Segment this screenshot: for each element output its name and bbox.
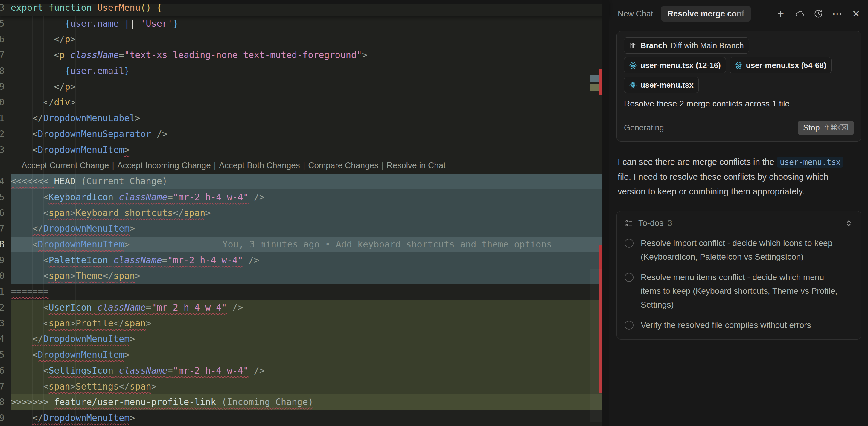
code-line-50[interactable]: 50 </div> [0, 94, 609, 111]
code-text[interactable]: </div> [11, 94, 609, 111]
code-line-58[interactable]: 58 <DropdownMenuItem>You, 3 minutes ago … [0, 237, 609, 252]
context-chip-user-menu.tsx[interactable]: user-menu.tsx [624, 77, 699, 93]
code-line-65[interactable]: 65 <DropdownMenuItem> [0, 347, 609, 363]
code-line-46[interactable]: 46 </p> [0, 31, 609, 47]
gutter: 66 [0, 363, 11, 379]
error-squiggle: </DropdownMenuItem [32, 413, 129, 423]
code-line-64[interactable]: 64 </DropdownMenuItem> [0, 331, 609, 347]
minimap-change-mark-red [599, 69, 602, 95]
close-icon[interactable]: × [851, 8, 861, 19]
line-number: 46 [0, 31, 4, 47]
code-line-68[interactable]: 68>>>>>>> feature/user-menu-profile-link… [0, 394, 609, 410]
error-squiggle: ======= [11, 286, 49, 297]
codelens-separator: | [378, 161, 386, 170]
history-icon[interactable] [813, 8, 824, 19]
code-text[interactable]: {user.name || 'User'} [11, 16, 609, 32]
context-chip-user-menu.tsx-12-16-[interactable]: user-menu.tsx (12-16) [624, 57, 726, 73]
code-text[interactable]: <DropdownMenuSeparator /> [11, 126, 609, 142]
line-number: 45 [0, 16, 4, 32]
code-line-67[interactable]: 67 <span>Settings</span> [0, 379, 609, 395]
assistant-text-before: I can see there are merge conflicts in t… [618, 157, 777, 166]
code-text[interactable]: </DropdownMenuItem> [11, 410, 609, 426]
context-chip-branch[interactable]: BranchDiff with Main Branch [624, 37, 749, 54]
code-line-55[interactable]: 55 <KeyboardIcon className="mr-2 h-4 w-4… [0, 189, 609, 205]
code-text[interactable]: <span>Settings</span> [11, 379, 609, 395]
line-number: 56 [0, 205, 4, 221]
todos-count: 3 [668, 218, 844, 228]
chip-label: user-menu.tsx (12-16) [640, 61, 721, 70]
codelens-accept-current-change[interactable]: Accept Current Change [22, 161, 109, 170]
codelens-accept-both-changes[interactable]: Accept Both Changes [219, 161, 300, 170]
gutter: 67 [0, 379, 11, 395]
todo-list: Resolve import conflict - decide which i… [624, 236, 854, 332]
code-text[interactable]: {user.email} [11, 63, 609, 79]
code-line-47[interactable]: 47 <p className="text-xs leading-none te… [0, 47, 609, 63]
code-text[interactable]: <DropdownMenuItem> [11, 347, 609, 363]
code-text[interactable]: </DropdownMenuLabel> [11, 111, 609, 126]
code-text[interactable]: <p className="text-xs leading-none text-… [11, 47, 609, 63]
codelens-resolve-in-chat[interactable]: Resolve in Chat [386, 161, 446, 170]
code-text[interactable]: <DropdownMenuItem>You, 3 minutes ago • A… [11, 237, 609, 252]
code-line-57[interactable]: 57 </DropdownMenuItem> [0, 221, 609, 237]
code-line-45[interactable]: 45 {user.name || 'User'} [0, 16, 609, 32]
tab-resolve-merge-conflicts[interactable]: Resolve merge conf [661, 6, 751, 22]
minimap-change-mark-grey [590, 75, 599, 82]
code-line-61[interactable]: 61======= [0, 284, 609, 300]
code-line-63[interactable]: 63 <span>Profile</span> [0, 315, 609, 332]
code-text[interactable]: >>>>>>> feature/user-menu-profile-link (… [11, 394, 609, 410]
editor-scrollbar[interactable] [590, 269, 602, 422]
gutter: 60 [0, 268, 11, 284]
gutter: 56 [0, 205, 11, 221]
todos-card: To-dos 3 Resolve import conflict - decid… [616, 211, 861, 339]
gutter: 65 [0, 347, 11, 363]
context-chip-user-menu.tsx-54-68-[interactable]: user-menu.tsx (54-68) [730, 57, 832, 73]
todos-collapse-button[interactable] [844, 219, 854, 227]
line-number: 58 [0, 237, 4, 252]
codelens-accept-incoming-change[interactable]: Accept Incoming Change [117, 161, 211, 170]
code-line-53[interactable]: 53 <DropdownMenuItem> [0, 142, 609, 158]
code-text[interactable]: <span>Theme</span> [11, 268, 609, 284]
line-number: 52 [0, 126, 4, 142]
code-text[interactable]: <PaletteIcon className="mr-2 h-4 w-4" /> [11, 252, 609, 268]
code-line-54[interactable]: 54<<<<<<< HEAD (Current Change) [0, 174, 609, 189]
tab-new-chat[interactable]: New Chat [618, 9, 661, 19]
code-text[interactable]: <SettingsIcon className="mr-2 h-4 w-4" /… [11, 363, 609, 379]
code-text[interactable]: <KeyboardIcon className="mr-2 h-4 w-4" /… [11, 189, 609, 205]
stop-button[interactable]: Stop ⇧⌘⌫ [798, 121, 854, 135]
gutter: 52 [0, 126, 11, 142]
code-line-51[interactable]: 51 </DropdownMenuLabel> [0, 111, 609, 126]
codelens-separator: | [211, 161, 219, 170]
new-chat-plus-icon[interactable]: + [775, 8, 786, 19]
code-text[interactable]: <UserIcon className="mr-2 h-4 w-4" /> [11, 300, 609, 315]
more-options-icon[interactable]: ⋯ [832, 8, 843, 19]
gutter: 45 [0, 16, 11, 32]
code-text[interactable]: ======= [11, 284, 609, 300]
codelens-compare-changes[interactable]: Compare Changes [308, 161, 378, 170]
code-line-60[interactable]: 60 <span>Theme</span> [0, 268, 609, 284]
assistant-text-after: file. I need to resolve these conflicts … [618, 172, 828, 196]
react-icon [629, 81, 637, 89]
code-editor[interactable]: 43export function UserMenu() {45 {user.n… [0, 0, 609, 426]
tab-label-fade [734, 6, 751, 22]
code-text[interactable]: </DropdownMenuItem> [11, 221, 609, 237]
code-line-52[interactable]: 52 <DropdownMenuSeparator /> [0, 126, 609, 142]
generation-status-row: Generating.. Stop ⇧⌘⌫ [624, 114, 854, 137]
code-line-56[interactable]: 56 <span>Keyboard shortcuts</span> [0, 205, 609, 221]
code-text[interactable]: </DropdownMenuItem> [11, 331, 609, 347]
error-squiggle: span>Profile</span [49, 318, 146, 329]
code-text[interactable]: <DropdownMenuItem> [11, 142, 609, 158]
code-text[interactable]: </p> [11, 31, 609, 47]
code-line-66[interactable]: 66 <SettingsIcon className="mr-2 h-4 w-4… [0, 363, 609, 379]
code-line-59[interactable]: 59 <PaletteIcon className="mr-2 h-4 w-4"… [0, 252, 609, 268]
code-text[interactable]: <span>Keyboard shortcuts</span> [11, 205, 609, 221]
cloud-icon[interactable] [794, 8, 805, 19]
code-line-69[interactable]: 69 </DropdownMenuItem> [0, 410, 609, 426]
code-text[interactable]: <span>Profile</span> [11, 315, 609, 332]
gutter: 57 [0, 221, 11, 237]
code-text[interactable]: <<<<<<< HEAD (Current Change) [11, 174, 609, 189]
code-line-49[interactable]: 49 </p> [0, 79, 609, 95]
code-line-62[interactable]: 62 <UserIcon className="mr-2 h-4 w-4" /> [0, 300, 609, 315]
todo-item-2: Resolve menu items conflict - decide whi… [624, 270, 854, 312]
code-line-48[interactable]: 48 {user.email} [0, 63, 609, 79]
code-text[interactable]: </p> [11, 79, 609, 95]
